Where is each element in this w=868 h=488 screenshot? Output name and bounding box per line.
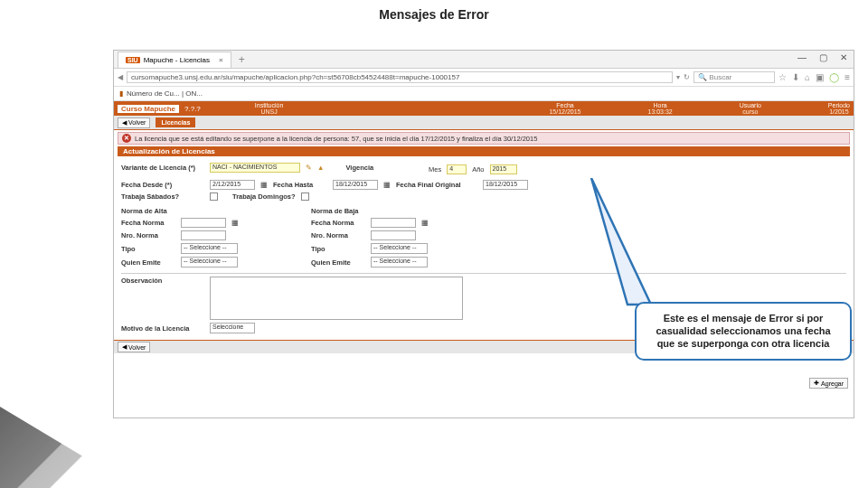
fhasta-input[interactable]: 18/12/2015	[333, 180, 378, 190]
emite-b-label: Quien Emite	[311, 258, 365, 267]
hd-usuario-label: Usuario	[740, 102, 761, 108]
fnorma-b-input[interactable]	[371, 218, 416, 228]
address-bar: ◀ cursomapuche3.unsj.edu.ar/siu/mapuche/…	[114, 69, 854, 87]
calendar-icon[interactable]: ▦	[260, 181, 268, 189]
nnorma-a-input[interactable]	[181, 230, 226, 240]
fnorma-a-label: Fecha Norma	[121, 219, 175, 227]
anio-label: Año	[472, 165, 484, 174]
obs-label: Observación	[121, 277, 204, 285]
bookmark-bar: ▮ Número de Cu... | ON...	[114, 87, 854, 101]
dom-label: Trabaja Domingos?	[232, 192, 296, 201]
sab-label: Trabaja Sábados?	[121, 192, 204, 201]
window-controls: — ▢ ✕	[795, 51, 850, 64]
close-window-icon[interactable]: ✕	[837, 51, 850, 64]
star-icon[interactable]: ☆	[778, 72, 787, 82]
slide-decoration	[0, 407, 136, 488]
variante-label: Variante de Licencia (*)	[121, 164, 204, 172]
hd-periodo-label: Periodo	[828, 102, 850, 108]
variante-input[interactable]: NACI - NACIMIENTOS	[210, 163, 300, 173]
app-version: ?.?.?	[184, 105, 201, 113]
home-icon[interactable]: ⌂	[805, 72, 810, 82]
pocket-icon[interactable]: ▣	[816, 72, 824, 82]
hd-inst-label: Institución	[255, 102, 284, 108]
search-input[interactable]: 🔍 Buscar	[693, 71, 775, 83]
tab-bar: SIU Mapuche - Licencias × + — ▢ ✕	[114, 51, 854, 69]
emite-a-label: Quien Emite	[121, 258, 175, 267]
motivo-label: Motivo de la Licencia	[121, 324, 204, 333]
hd-hora-val: 13:03:32	[647, 108, 672, 115]
edit-icon[interactable]: ✎	[306, 164, 312, 172]
download-icon[interactable]: ⬇	[792, 72, 799, 82]
alta-title: Norma de Alta	[121, 207, 275, 215]
back-icon[interactable]: ◀	[118, 73, 123, 81]
sab-checkbox[interactable]	[210, 192, 218, 201]
agregar-button[interactable]: ✚ Agregar	[809, 378, 848, 389]
emite-b-select[interactable]: -- Seleccione --	[371, 257, 428, 267]
hd-usuario-val: curso	[742, 108, 758, 115]
shield-icon[interactable]: ◯	[829, 72, 839, 82]
vigencia-label: Vigencia	[345, 164, 400, 172]
nnorma-a-label: Nro. Norma	[121, 231, 175, 239]
obs-textarea[interactable]	[210, 277, 463, 320]
forig-label: Fecha Final Original	[396, 181, 477, 189]
calendar-icon[interactable]: ▦	[421, 219, 429, 227]
mes-label: Mes	[429, 165, 441, 174]
go-icon[interactable]: ▾	[676, 73, 680, 81]
motivo-select[interactable]: Seleccione	[210, 323, 255, 333]
error-text: La licencia que se está editando se supe…	[135, 135, 537, 143]
error-icon: ✕	[122, 134, 131, 143]
breadcrumb: Licencias	[156, 117, 195, 127]
close-icon[interactable]: ×	[219, 56, 223, 64]
slide-title: Mensajes de Error	[0, 0, 868, 34]
baja-title: Norma de Baja	[311, 207, 465, 215]
tipo-b-select[interactable]: -- Seleccione --	[371, 243, 428, 254]
reload-icon[interactable]: ↻	[684, 73, 690, 81]
fdesde-input[interactable]: 2/12/2015	[210, 180, 255, 190]
bookmark-icon: ▮	[119, 89, 123, 98]
fhasta-label: Fecha Hasta	[273, 181, 327, 189]
dom-checkbox[interactable]	[301, 192, 309, 201]
minimize-icon[interactable]: —	[795, 51, 809, 64]
callout-box: Este es el mensaje de Error si por casua…	[635, 302, 852, 361]
toolbar: ◀ Volver Licencias	[114, 116, 854, 130]
anio-input[interactable]: 2015	[490, 164, 517, 174]
hd-inst-val: UNSJ	[260, 108, 277, 115]
tab-favicon: SIU	[126, 57, 140, 63]
fdesde-label: Fecha Desde (*)	[121, 181, 204, 189]
hd-fecha-val: 15/12/2015	[549, 108, 580, 115]
forig-input[interactable]: 18/12/2015	[483, 180, 528, 190]
hd-fecha-label: Fecha	[556, 102, 573, 108]
browser-tab[interactable]: SIU Mapuche - Licencias ×	[118, 52, 231, 68]
emite-a-select[interactable]: -- Seleccione --	[181, 257, 238, 267]
bookmark-label[interactable]: Número de Cu... | ON...	[127, 89, 203, 98]
hd-periodo-val: 1/2015	[829, 108, 848, 115]
clear-icon[interactable]: ▲	[317, 164, 324, 172]
fnorma-a-input[interactable]	[181, 218, 226, 228]
section-title: Actualización de Licencias	[118, 146, 850, 156]
volver-button[interactable]: ◀ Volver	[118, 117, 150, 128]
tipo-b-label: Tipo	[311, 245, 365, 253]
app-header: Curso Mapuche ?.?.? Institución UNSJ Fec…	[114, 101, 854, 116]
url-input[interactable]: cursomapuche3.unsj.edu.ar/siu/mapuche/ap…	[127, 71, 673, 83]
tipo-a-select[interactable]: -- Seleccione --	[181, 243, 238, 254]
maximize-icon[interactable]: ▢	[816, 51, 830, 64]
app-logo: Curso Mapuche	[118, 105, 179, 113]
nnorma-b-label: Nro. Norma	[311, 231, 365, 239]
new-tab-button[interactable]: +	[239, 53, 245, 66]
menu-icon[interactable]: ≡	[844, 72, 850, 82]
fnorma-b-label: Fecha Norma	[311, 219, 365, 227]
error-banner: ✕ La licencia que se está editando se su…	[118, 132, 850, 145]
callout-text: Este es el mensaje de Error si por casua…	[656, 313, 830, 349]
tab-title: Mapuche - Licencias	[144, 56, 210, 64]
mes-input[interactable]: 4	[447, 164, 467, 174]
tipo-a-label: Tipo	[121, 245, 175, 253]
volver-button-bottom[interactable]: ◀ Volver	[118, 342, 150, 352]
hd-hora-label: Hora	[654, 102, 667, 108]
calendar-icon[interactable]: ▦	[231, 219, 239, 227]
calendar-icon[interactable]: ▦	[383, 181, 391, 189]
browser-window: SIU Mapuche - Licencias × + — ▢ ✕ ◀ curs…	[113, 50, 854, 418]
nnorma-b-input[interactable]	[371, 230, 416, 240]
